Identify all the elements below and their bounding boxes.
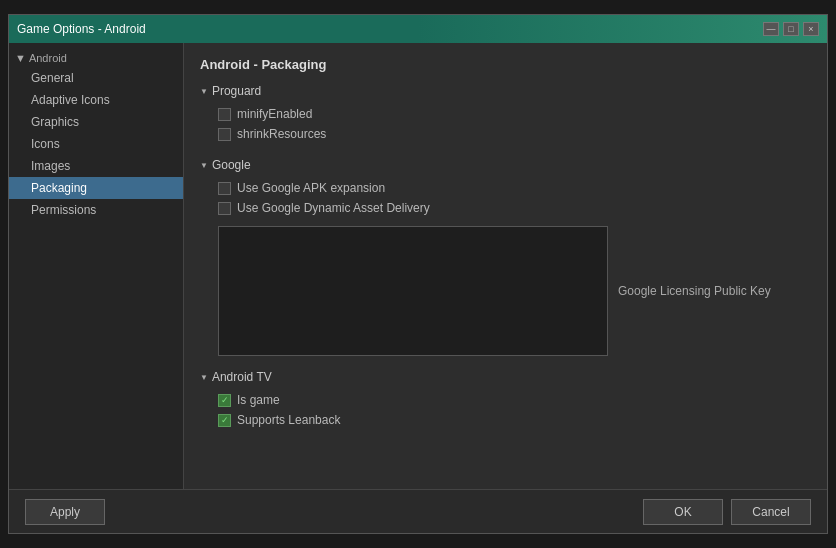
dialog-title: Game Options - Android xyxy=(17,22,146,36)
sidebar-root-label: Android xyxy=(29,52,67,64)
game-options-dialog: Game Options - Android — □ × ▼ Android G… xyxy=(8,14,828,534)
android-tv-header: ▼ Android TV xyxy=(200,370,811,384)
use-dynamic-asset-checkbox[interactable] xyxy=(218,202,231,215)
footer-left: Apply xyxy=(25,499,105,525)
triangle-icon: ▼ xyxy=(15,52,26,64)
ok-button[interactable]: OK xyxy=(643,499,723,525)
shrink-resources-row: shrinkResources xyxy=(200,124,811,144)
proguard-group: ▼ Proguard minifyEnabled shrinkResources xyxy=(200,84,811,144)
dialog-footer: Apply OK Cancel xyxy=(9,489,827,533)
is-game-row: Is game xyxy=(200,390,811,410)
minify-enabled-row: minifyEnabled xyxy=(200,104,811,124)
sidebar-item-images[interactable]: Images xyxy=(9,155,183,177)
supports-leanback-label: Supports Leanback xyxy=(237,413,340,427)
sidebar-item-icons[interactable]: Icons xyxy=(9,133,183,155)
supports-leanback-checkbox[interactable] xyxy=(218,414,231,427)
use-apk-expansion-label: Use Google APK expansion xyxy=(237,181,385,195)
minimize-button[interactable]: — xyxy=(763,22,779,36)
title-bar: Game Options - Android — □ × xyxy=(9,15,827,43)
sidebar-item-general[interactable]: General xyxy=(9,67,183,89)
android-tv-label: Android TV xyxy=(212,370,272,384)
main-content: Android - Packaging ▼ Proguard minifyEna… xyxy=(184,43,827,489)
shrink-resources-checkbox[interactable] xyxy=(218,128,231,141)
use-apk-expansion-row: Use Google APK expansion xyxy=(200,178,811,198)
android-tv-group: ▼ Android TV Is game Supports Leanback xyxy=(200,370,811,430)
is-game-checkbox[interactable] xyxy=(218,394,231,407)
android-tv-triangle-icon: ▼ xyxy=(200,373,208,382)
minify-enabled-label: minifyEnabled xyxy=(237,107,312,121)
cancel-button[interactable]: Cancel xyxy=(731,499,811,525)
google-triangle-icon: ▼ xyxy=(200,161,208,170)
shrink-resources-label: shrinkResources xyxy=(237,127,326,141)
sidebar-root: ▼ Android xyxy=(9,49,183,67)
section-title: Android - Packaging xyxy=(200,57,811,72)
sidebar: ▼ Android General Adaptive Icons Graphic… xyxy=(9,43,184,489)
sidebar-item-packaging[interactable]: Packaging xyxy=(9,177,183,199)
supports-leanback-row: Supports Leanback xyxy=(200,410,811,430)
proguard-triangle-icon: ▼ xyxy=(200,87,208,96)
is-game-label: Is game xyxy=(237,393,280,407)
use-apk-expansion-checkbox[interactable] xyxy=(218,182,231,195)
title-bar-controls: — □ × xyxy=(763,22,819,36)
sidebar-item-graphics[interactable]: Graphics xyxy=(9,111,183,133)
google-public-key-label: Google Licensing Public Key xyxy=(608,284,771,298)
google-public-key-textarea[interactable] xyxy=(218,226,608,356)
use-dynamic-asset-row: Use Google Dynamic Asset Delivery xyxy=(200,198,811,218)
apply-button[interactable]: Apply xyxy=(25,499,105,525)
sidebar-item-adaptive-icons[interactable]: Adaptive Icons xyxy=(9,89,183,111)
dialog-body: ▼ Android General Adaptive Icons Graphic… xyxy=(9,43,827,489)
maximize-button[interactable]: □ xyxy=(783,22,799,36)
minify-enabled-checkbox[interactable] xyxy=(218,108,231,121)
close-button[interactable]: × xyxy=(803,22,819,36)
proguard-header: ▼ Proguard xyxy=(200,84,811,98)
footer-right: OK Cancel xyxy=(643,499,811,525)
sidebar-item-permissions[interactable]: Permissions xyxy=(9,199,183,221)
google-label: Google xyxy=(212,158,251,172)
public-key-container: Google Licensing Public Key xyxy=(218,226,811,356)
use-dynamic-asset-label: Use Google Dynamic Asset Delivery xyxy=(237,201,430,215)
google-header: ▼ Google xyxy=(200,158,811,172)
proguard-label: Proguard xyxy=(212,84,261,98)
google-group: ▼ Google Use Google APK expansion Use Go… xyxy=(200,158,811,356)
